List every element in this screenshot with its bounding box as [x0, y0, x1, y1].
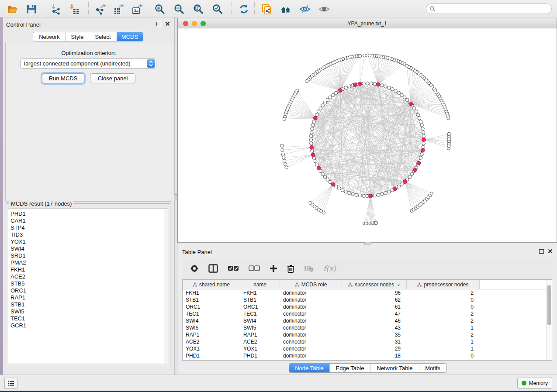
graph-node[interactable]	[377, 193, 380, 197]
graph-node[interactable]	[323, 175, 327, 179]
graph-node[interactable]	[326, 98, 329, 102]
graph-node[interactable]	[419, 156, 422, 160]
unselect-all-columns-icon[interactable]	[249, 265, 260, 272]
open-file-icon[interactable]	[6, 3, 18, 15]
graph-mcds-node[interactable]	[409, 102, 413, 106]
column-header-MCDS-role[interactable]: MCDS role	[280, 280, 342, 289]
mcds-result-item[interactable]: GCR1	[10, 322, 168, 329]
mcds-result-item[interactable]: SRD1	[10, 252, 168, 259]
graph-mcds-node[interactable]	[314, 116, 318, 120]
graph-node[interactable]	[400, 93, 404, 97]
graph-node[interactable]	[381, 193, 384, 196]
mcds-result-item[interactable]: ACE2	[10, 273, 168, 280]
graph-node[interactable]	[391, 88, 394, 91]
mcds-result-item[interactable]: PHD1	[10, 210, 168, 217]
memory-button[interactable]: Memory	[517, 378, 552, 389]
graph-node[interactable]	[394, 89, 398, 93]
graph-node[interactable]	[420, 153, 424, 156]
graph-node[interactable]	[358, 194, 362, 197]
optimization-criterion-select[interactable]: largest connected component (undirected)	[20, 58, 156, 69]
table-row[interactable]: TEC1TEC1connector472	[183, 310, 552, 317]
graph-node[interactable]	[329, 180, 332, 184]
graph-node[interactable]	[314, 160, 317, 163]
tab-motifs[interactable]: Motifs	[419, 364, 446, 372]
graph-node[interactable]	[309, 138, 313, 141]
graph-node[interactable]	[348, 85, 351, 88]
search-field[interactable]	[426, 3, 552, 14]
mcds-result-item[interactable]: STB5	[10, 280, 168, 287]
mcds-result-item[interactable]: PMA2	[10, 259, 168, 266]
graph-mcds-node[interactable]	[421, 148, 425, 152]
graph-node[interactable]	[416, 113, 420, 117]
graph-node[interactable]	[329, 96, 332, 99]
graph-mcds-node[interactable]	[331, 182, 335, 186]
select-all-columns-icon[interactable]	[228, 265, 239, 272]
graph-node[interactable]	[355, 193, 358, 197]
tab-node-table[interactable]: Node Table	[289, 364, 329, 372]
table-row[interactable]: SWI4SWI4dominator462	[183, 317, 552, 324]
graph-leaf-node[interactable]	[284, 163, 287, 166]
zoom-selected-icon[interactable]	[211, 3, 224, 15]
graph-node[interactable]	[341, 189, 344, 192]
graph-node[interactable]	[397, 185, 401, 188]
float-panel-icon[interactable]	[539, 249, 544, 254]
mcds-result-item[interactable]: SWI4	[10, 245, 168, 252]
graph-node[interactable]	[310, 131, 313, 134]
table-row[interactable]: RAP1RAP1dominator352	[183, 331, 552, 338]
graph-node[interactable]	[420, 124, 424, 127]
graph-mcds-node[interactable]	[417, 161, 421, 165]
column-header-predecessor-nodes[interactable]: predecessor nodes	[407, 280, 480, 289]
import-table-icon[interactable]	[68, 3, 80, 15]
graph-leaf-node[interactable]	[283, 159, 286, 162]
graph-leaf-node[interactable]	[281, 153, 284, 156]
graph-mcds-node[interactable]	[376, 83, 380, 86]
graph-node[interactable]	[317, 110, 320, 113]
graph-mcds-node[interactable]	[310, 146, 314, 150]
tab-mcds[interactable]: MCDS	[117, 32, 143, 41]
table-row[interactable]: PHD1PHD1dominator180	[183, 352, 552, 359]
mcds-list-scrollbar[interactable]	[164, 209, 168, 364]
graph-mcds-node[interactable]	[413, 168, 417, 172]
graph-leaf-node[interactable]	[283, 117, 286, 120]
column-header-successor-nodes[interactable]: successor nodes∨	[342, 280, 407, 289]
save-session-icon[interactable]	[25, 3, 38, 15]
mcds-result-item[interactable]: RAP1	[10, 294, 168, 301]
close-panel-icon[interactable]	[548, 249, 553, 254]
graph-leaf-node[interactable]	[447, 132, 450, 135]
graph-node[interactable]	[315, 163, 319, 166]
graph-node[interactable]	[421, 127, 425, 131]
zoom-fit-icon[interactable]	[192, 3, 204, 15]
graph-node[interactable]	[400, 183, 404, 186]
graph-node[interactable]	[422, 142, 426, 145]
toggle-panel-layout-icon[interactable]	[208, 264, 218, 273]
export-network-icon[interactable]	[94, 3, 107, 15]
create-column-icon[interactable]	[270, 265, 277, 272]
mcds-result-item[interactable]: STP4	[10, 224, 168, 231]
graph-node[interactable]	[397, 91, 401, 95]
network-canvas[interactable]	[178, 29, 557, 242]
export-image-icon[interactable]	[131, 3, 143, 15]
tab-edge-table[interactable]: Edge Table	[329, 364, 370, 372]
table-row[interactable]: YOX1YOX1connector291	[183, 345, 552, 352]
graph-mcds-node[interactable]	[422, 138, 426, 142]
refresh-icon[interactable]	[238, 3, 250, 15]
graph-node[interactable]	[411, 172, 414, 176]
table-row[interactable]: ORC1ORC1dominator610	[183, 303, 552, 310]
graph-node[interactable]	[419, 120, 422, 124]
graph-node[interactable]	[311, 127, 314, 131]
graph-node[interactable]	[384, 85, 387, 88]
graph-node[interactable]	[381, 84, 384, 87]
graph-leaf-node[interactable]	[305, 79, 308, 83]
zoom-in-icon[interactable]	[154, 3, 166, 15]
import-network-icon[interactable]	[50, 3, 62, 15]
graph-leaf-node[interactable]	[282, 156, 285, 159]
graph-node[interactable]	[351, 193, 355, 196]
graph-node[interactable]	[422, 131, 425, 134]
close-panel-icon[interactable]	[165, 21, 170, 26]
graph-node[interactable]	[362, 82, 366, 85]
mcds-result-item[interactable]: TID3	[10, 231, 168, 238]
graph-node[interactable]	[405, 98, 409, 102]
clone-network-icon[interactable]	[260, 3, 273, 15]
tab-network-table[interactable]: Network Table	[370, 364, 419, 372]
table-row[interactable]: FKH1FKH1dominator962	[183, 289, 552, 296]
